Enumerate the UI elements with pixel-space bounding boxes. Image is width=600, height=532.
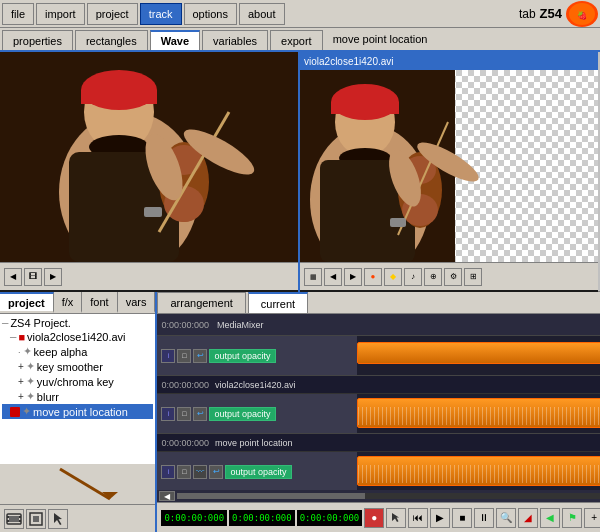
pb-record-btn[interactable]: ●: [364, 508, 384, 528]
pb-marker-btn[interactable]: ◢: [518, 508, 538, 528]
right-expand-btn[interactable]: ⊞: [464, 268, 482, 286]
track-row-1: i □ ↩ output opacity: [157, 336, 600, 376]
track3-vis-btn[interactable]: □: [177, 465, 191, 479]
right-settings-btn[interactable]: ⚙: [444, 268, 462, 286]
proj-tab-project[interactable]: project: [0, 292, 54, 313]
tree-item-blurr[interactable]: + ✦ blurr: [2, 389, 153, 404]
t2-filename: viola2close1i420.avi: [215, 380, 296, 390]
pb-zoom-btn[interactable]: 🔍: [496, 508, 516, 528]
track1-vis-btn[interactable]: □: [177, 349, 191, 363]
right-zoom-btn[interactable]: ⊕: [424, 268, 442, 286]
svg-rect-6: [81, 90, 157, 104]
menu-track[interactable]: track: [140, 3, 182, 25]
track1-bar[interactable]: [357, 342, 600, 364]
bottom-section: project f/x font vars ─ ZS4 Project. ─ ■…: [0, 292, 600, 532]
tab-rectangles[interactable]: rectangles: [75, 30, 148, 50]
timeline-panel: arrangement current 0:00:00:000 MediaMix…: [157, 292, 600, 532]
track3-bar[interactable]: [357, 456, 600, 486]
menu-file[interactable]: file: [2, 3, 34, 25]
tree-label-avi: viola2close1i420.avi: [27, 331, 125, 343]
track3-info-btn[interactable]: i: [161, 465, 175, 479]
square-icon-btn[interactable]: [26, 509, 46, 529]
tree-red-square-avi: ■: [18, 331, 25, 343]
right-prev-btn[interactable]: ◀: [324, 268, 342, 286]
cursor-icon-btn[interactable]: [48, 509, 68, 529]
pb-pause-btn[interactable]: ⏸: [474, 508, 494, 528]
sub-tab-bar: properties rectangles Wave variables exp…: [0, 28, 600, 52]
mm-time-start: 0:00:00:000: [161, 320, 209, 330]
tab-export[interactable]: export: [270, 30, 323, 50]
timeline-scrollbar[interactable]: ◀ ▶: [157, 490, 600, 502]
tree-item-keep-alpha[interactable]: · ✦ keep alpha: [2, 344, 153, 359]
scroll-left-btn[interactable]: ◀: [159, 491, 175, 501]
track2-opacity-btn[interactable]: output opacity: [209, 407, 275, 421]
tree-item-yuv[interactable]: + ✦ yuv/chroma key: [2, 374, 153, 389]
tab-variables[interactable]: variables: [202, 30, 268, 50]
scrollbar-thumb[interactable]: [177, 493, 365, 499]
violin-player-svg: [0, 52, 298, 262]
next-frame-btn[interactable]: ▶: [44, 268, 62, 286]
right-video-title: viola2close1i420.avi: [300, 52, 598, 70]
tree-item-root[interactable]: ─ ZS4 Project.: [2, 316, 153, 330]
svg-text:🍓: 🍓: [577, 10, 587, 20]
right-video-preview: [300, 70, 598, 262]
right-audio-btn[interactable]: ♪: [404, 268, 422, 286]
menu-import[interactable]: import: [36, 3, 85, 25]
pb-plus-btn[interactable]: +: [584, 508, 600, 528]
tree-plus-icon-yuv: +: [18, 376, 24, 387]
track3-link-btn[interactable]: ↩: [209, 465, 223, 479]
pb-flag-btn[interactable]: ⚑: [562, 508, 582, 528]
prev-frame-btn[interactable]: ◀: [4, 268, 22, 286]
pb-prev-btn[interactable]: ⏮: [408, 508, 428, 528]
right-video-panel: viola2close1i420.avi: [300, 52, 598, 292]
svg-rect-15: [144, 207, 162, 217]
tree-label-yuv: yuv/chroma key: [37, 376, 114, 388]
pb-time2: 0:00:00:000: [229, 510, 295, 526]
scrollbar-track[interactable]: [177, 493, 600, 499]
tab-wave[interactable]: Wave: [150, 30, 200, 50]
track2-header-row: 0:00:00:000 viola2close1i420.avi 0:03:38…: [157, 376, 600, 394]
pb-play-btn[interactable]: ▶: [430, 508, 450, 528]
timeline-tab-current[interactable]: current: [248, 292, 308, 313]
menu-project[interactable]: project: [87, 3, 138, 25]
pb-green-btn[interactable]: ◀: [540, 508, 560, 528]
tree-item-avi[interactable]: ─ ■ viola2close1i420.avi: [2, 330, 153, 344]
tree-item-move-point[interactable]: ✦ move point location: [2, 404, 153, 419]
track2-bar[interactable]: [357, 398, 600, 428]
svg-line-35: [60, 469, 110, 499]
pb-time3: 0:00:00:000: [297, 510, 363, 526]
tree-plus-icon-blurr: +: [18, 391, 24, 402]
bottom-toolbar: [0, 504, 155, 532]
track3-opacity-btn[interactable]: output opacity: [225, 465, 291, 479]
pb-cursor-btn[interactable]: [386, 508, 406, 528]
track2-link-btn[interactable]: ↩: [193, 407, 207, 421]
right-stop-btn[interactable]: ●: [364, 268, 382, 286]
right-loop-btn[interactable]: ◆: [384, 268, 402, 286]
track1-link-btn[interactable]: ↩: [193, 349, 207, 363]
t3-filename: move point location: [215, 438, 293, 448]
track1-opacity-btn[interactable]: output opacity: [209, 349, 275, 363]
film-icon-btn[interactable]: 🎞: [24, 268, 42, 286]
proj-tab-font[interactable]: font: [82, 292, 117, 313]
svg-rect-44: [33, 516, 39, 522]
track1-info-btn[interactable]: i: [161, 349, 175, 363]
svg-rect-34: [390, 218, 406, 227]
film-icon-btn[interactable]: [4, 509, 24, 529]
tree-label-keep-alpha: keep alpha: [34, 346, 88, 358]
track2-info-btn[interactable]: i: [161, 407, 175, 421]
pb-stop-btn[interactable]: ■: [452, 508, 472, 528]
right-play-btn[interactable]: ▶: [344, 268, 362, 286]
tree-item-key-smoother[interactable]: + ✦ key smoother: [2, 359, 153, 374]
track2-vis-btn[interactable]: □: [177, 407, 191, 421]
proj-tab-fx[interactable]: f/x: [54, 292, 83, 313]
tree-plus-icon-key: +: [18, 361, 24, 372]
waveform-3: [358, 465, 600, 483]
right-checker-btn[interactable]: ▦: [304, 268, 322, 286]
timeline-tab-arrangement[interactable]: arrangement: [157, 292, 245, 313]
menu-about[interactable]: about: [239, 3, 285, 25]
track3-wave-btn[interactable]: 〰: [193, 465, 207, 479]
proj-tab-vars[interactable]: vars: [118, 292, 156, 313]
tab-properties[interactable]: properties: [2, 30, 73, 50]
tab-area: tab Z54 🍓: [519, 1, 598, 27]
menu-options[interactable]: options: [184, 3, 237, 25]
